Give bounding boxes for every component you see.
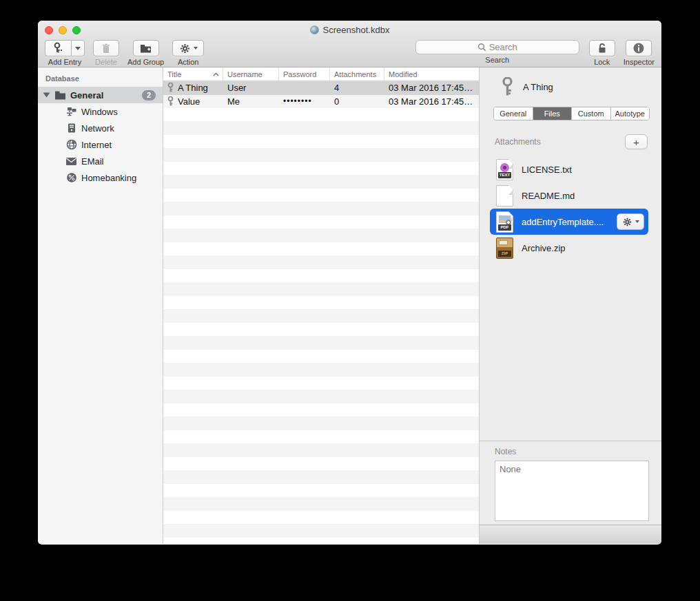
table-header: Title Username Password Attachments Modi…: [163, 67, 479, 81]
internet-group-icon: [65, 139, 77, 151]
attachment-action-button[interactable]: [617, 213, 644, 230]
add-group-label: Add Group: [127, 58, 164, 66]
sidebar-item-label: General: [70, 90, 103, 101]
search-placeholder: Search: [489, 42, 517, 52]
dropdown-arrow-icon: [75, 47, 81, 50]
sidebar-item-label: Internet: [81, 140, 112, 150]
plus-icon: +: [633, 136, 639, 148]
notes-section: Notes: [480, 441, 661, 525]
inspector-label: Inspector: [624, 58, 655, 66]
entry-attachments-count: 0: [330, 96, 384, 107]
zip-file-icon: ZIP: [496, 238, 513, 259]
app-window: Screenshot.kdbx: [38, 21, 661, 545]
attachment-item-selected[interactable]: PDF addEntryTemplate....: [490, 209, 648, 235]
column-header-username[interactable]: Username: [223, 67, 279, 81]
attachment-name: addEntryTemplate....: [522, 217, 604, 227]
key-icon: [167, 96, 174, 107]
sidebar-item-label: EMail: [81, 156, 104, 167]
sidebar-item-general[interactable]: General 2: [38, 87, 163, 103]
column-header-attachments[interactable]: Attachments: [330, 67, 384, 81]
add-entry-button[interactable]: [45, 40, 85, 56]
table-row[interactable]: A Thing User 4 03 Mar 2016 17:45…: [163, 81, 479, 95]
entry-title: A Thing: [178, 83, 208, 93]
attachment-list: TEXT LICENSE.txt README.md PDF addEnt: [480, 156, 661, 261]
titlebar: Screenshot.kdbx: [38, 21, 661, 39]
toolbar: Add Entry Delete: [38, 39, 661, 67]
tab-autotype[interactable]: Autotype: [611, 107, 650, 120]
action-label: Action: [178, 58, 199, 66]
markdown-file-icon: [496, 185, 513, 207]
tab-general[interactable]: General: [494, 107, 533, 120]
trash-icon: [101, 43, 112, 54]
dropdown-arrow-icon: [635, 220, 639, 223]
entry-username: Me: [223, 96, 279, 107]
gear-icon: [622, 217, 632, 227]
homebanking-group-icon: [65, 172, 77, 184]
add-attachment-button[interactable]: +: [625, 134, 648, 149]
folder-plus-icon: [139, 43, 152, 54]
attachment-name: LICENSE.txt: [522, 165, 572, 175]
sidebar-section-header: Database: [38, 74, 163, 87]
column-header-title[interactable]: Title: [163, 67, 223, 81]
sidebar-item-homebanking[interactable]: Homebanking: [38, 169, 163, 186]
add-entry-label: Add Entry: [48, 58, 81, 66]
text-file-icon: TEXT: [496, 159, 513, 180]
attachment-name: Archive.zip: [522, 243, 566, 253]
dropdown-arrow-icon: [194, 47, 198, 50]
action-button[interactable]: [172, 40, 204, 56]
entry-password: ••••••••: [279, 96, 330, 106]
sidebar-item-label: Windows: [81, 107, 118, 117]
column-header-password[interactable]: Password: [279, 67, 330, 81]
add-group-button[interactable]: [133, 40, 159, 56]
gear-icon: [179, 43, 191, 54]
lock-button[interactable]: [589, 40, 615, 56]
entry-modified: 03 Mar 2016 17:45…: [384, 96, 479, 107]
inspector-tabs: General Files Custom Autotype: [493, 107, 650, 120]
entry-attachments-count: 4: [330, 83, 384, 93]
sidebar-item-label: Homebanking: [81, 173, 136, 183]
sidebar-item-windows[interactable]: Windows: [38, 103, 163, 120]
window-chrome: Screenshot.kdbx: [38, 21, 661, 67]
sidebar-item-internet[interactable]: Internet: [38, 136, 163, 153]
add-entry-dropdown[interactable]: [71, 40, 85, 56]
window-title: Screenshot.kdbx: [323, 25, 390, 35]
inspector-bottom-bar: [480, 525, 661, 544]
notes-label: Notes: [495, 447, 661, 456]
sidebar: Database General 2: [38, 67, 163, 544]
search-label: Search: [485, 56, 509, 64]
folder-icon: [54, 89, 66, 101]
key-icon: [167, 83, 174, 93]
column-header-modified[interactable]: Modified: [384, 67, 479, 81]
sidebar-item-network[interactable]: Network: [38, 120, 163, 136]
entry-title: Value: [178, 96, 200, 107]
info-circle-icon: [632, 42, 645, 54]
search-icon: [477, 43, 486, 52]
table-body: A Thing User 4 03 Mar 2016 17:45…: [163, 81, 479, 544]
attachment-item[interactable]: TEXT LICENSE.txt: [480, 156, 661, 182]
windows-group-icon: [65, 106, 77, 118]
tab-files[interactable]: Files: [533, 107, 573, 120]
notes-input[interactable]: [495, 461, 649, 521]
pdf-file-icon: PDF: [496, 211, 513, 233]
attachments-label: Attachments: [495, 137, 541, 147]
inspector-button[interactable]: [626, 40, 652, 56]
disclosure-triangle-icon[interactable]: [43, 93, 50, 98]
email-group-icon: [65, 156, 77, 167]
attachment-item[interactable]: README.md: [480, 182, 661, 209]
inspector-entry-title: A Thing: [523, 82, 553, 92]
search-input[interactable]: Search: [415, 40, 579, 54]
document-proxy-icon[interactable]: [310, 25, 319, 34]
delete-button[interactable]: [93, 40, 119, 56]
attachment-item[interactable]: ZIP Archive.zip: [480, 235, 661, 261]
key-plus-icon[interactable]: [45, 40, 71, 56]
tab-custom[interactable]: Custom: [572, 107, 611, 120]
sidebar-item-email[interactable]: EMail: [38, 153, 163, 169]
delete-label: Delete: [95, 58, 117, 66]
entry-modified: 03 Mar 2016 17:45…: [384, 83, 479, 93]
key-icon: [502, 77, 513, 97]
entry-username: User: [223, 83, 279, 93]
inspector-panel: A Thing General Files Custom Autotype At…: [479, 67, 661, 544]
entry-count-badge: 2: [142, 90, 156, 101]
table-row[interactable]: Value Me •••••••• 0 03 Mar 2016 17:45…: [163, 95, 479, 109]
entry-table: Title Username Password Attachments Modi…: [163, 67, 479, 544]
